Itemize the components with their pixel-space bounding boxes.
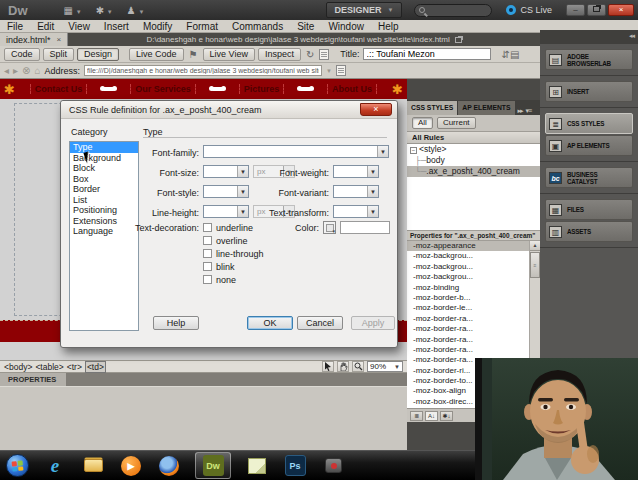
tag-td[interactable]: <td> [85, 361, 106, 373]
taskbar-notes-icon[interactable] [245, 454, 269, 478]
sidebar-item-adobe-browserlab[interactable]: ▤ ADOBE BROWSERLAB [545, 49, 633, 70]
nav-contact-us[interactable]: Contact Us [30, 84, 88, 94]
document-title-input[interactable] [363, 48, 491, 60]
scroll-up-icon[interactable]: ▲ [530, 241, 540, 251]
refresh-icon[interactable]: ↻ [304, 49, 316, 60]
start-button[interactable] [6, 454, 29, 477]
none-checkbox[interactable] [203, 275, 212, 284]
menu-window[interactable]: Window [321, 21, 371, 32]
blink-checkbox[interactable] [203, 262, 212, 271]
nav-about-us[interactable]: About Us [327, 84, 377, 94]
font-family-combo[interactable]: ▼ [203, 145, 389, 158]
menu-commands[interactable]: Commands [225, 21, 290, 32]
color-value-input[interactable] [340, 221, 390, 234]
help-button[interactable]: Help [153, 316, 199, 330]
taskbar-photoshop-icon[interactable]: Ps [283, 454, 307, 478]
select-tool-icon[interactable] [322, 361, 334, 372]
tag-body[interactable]: <body> [4, 362, 32, 372]
nav-pictures[interactable]: Pictures [239, 84, 285, 94]
css-property-row[interactable]: -moz-border-le... [407, 303, 540, 313]
search-input[interactable] [414, 4, 492, 17]
address-input[interactable] [84, 65, 322, 76]
line-through-checkbox[interactable] [203, 249, 212, 258]
sidebar-item-ap-elements[interactable]: ▣ AP ELEMENTS [545, 135, 633, 156]
magnification-select[interactable]: 90% ▼ [367, 361, 403, 372]
back-icon[interactable]: ◂ [4, 65, 9, 76]
show-set-properties-icon[interactable]: ✱↓ [440, 411, 453, 421]
design-view-button[interactable]: Design [77, 48, 119, 61]
tab-ap-elements[interactable]: AP ELEMENTS [458, 101, 514, 115]
taskbar-firefox-icon[interactable] [157, 454, 181, 478]
color-swatch-button[interactable] [323, 221, 336, 234]
css-property-row[interactable]: -moz-backgrou... [407, 272, 540, 282]
document-tab[interactable]: index.html* × [0, 33, 68, 46]
minimize-button[interactable]: – [566, 4, 585, 16]
stop-icon[interactable]: ⊗ [22, 65, 30, 76]
css-property-row[interactable]: -moz-binding [407, 283, 540, 293]
taskbar-explorer-icon[interactable] [81, 454, 105, 478]
tab-close-icon[interactable]: × [57, 35, 62, 44]
workspace-switcher-button[interactable]: DESIGNER ▼ [326, 2, 403, 18]
nav-our-services[interactable]: Our Services [130, 84, 196, 94]
menu-help[interactable]: Help [371, 21, 406, 32]
cancel-button[interactable]: Cancel [297, 316, 343, 330]
show-category-view-icon[interactable]: ≣ [410, 411, 423, 421]
taskbar-ie-icon[interactable]: e [43, 454, 67, 478]
forward-icon[interactable]: ▸ [13, 65, 18, 76]
dialog-close-button[interactable]: × [360, 103, 392, 116]
menu-format[interactable]: Format [179, 21, 225, 32]
sidebar-item-files[interactable]: ▦ FILES [545, 199, 633, 220]
menu-site[interactable]: Site [290, 21, 321, 32]
zoom-tool-icon[interactable] [352, 361, 364, 372]
browser-preview-icon[interactable] [336, 65, 346, 76]
current-rules-button[interactable]: Current [437, 117, 476, 129]
live-code-button[interactable]: Live Code [129, 48, 184, 61]
panel-collapse-icon[interactable]: ▸▸ [518, 107, 523, 115]
css-property-row[interactable]: -moz-border-b... [407, 293, 540, 303]
sidebar-item-business-catalyst[interactable]: bc BUSINESS CATALYST [545, 167, 633, 188]
layout-switcher-icon[interactable]: ▦ ▼ [64, 5, 82, 16]
home-icon[interactable]: ⌂ [34, 65, 40, 76]
overline-checkbox[interactable] [203, 236, 212, 245]
preview-page-icon[interactable] [319, 49, 329, 60]
css-property-row[interactable]: -moz-border-ra... [407, 324, 540, 334]
close-button[interactable]: × [608, 4, 634, 16]
address-dropdown-icon[interactable]: ▼ [326, 68, 332, 74]
tree-rule-node[interactable]: └─.ax_e_posht_400_cream [407, 166, 540, 177]
taskbar-dreamweaver-icon[interactable]: Dw [195, 452, 231, 479]
sidebar-item-insert[interactable]: ⊞ INSERT [545, 81, 633, 102]
css-property-row[interactable]: -moz-border-ra... [407, 335, 540, 345]
tree-body-node[interactable]: ├─body [407, 155, 540, 166]
scrollbar-thumb[interactable]: ≡ [530, 252, 540, 278]
font-weight-combo[interactable]: ▼ [333, 165, 379, 178]
tag-tr[interactable]: <tr> [67, 362, 82, 372]
css-property-row[interactable]: -moz-border-ra... [407, 314, 540, 324]
css-property-row[interactable]: -moz-backgrou... [407, 251, 540, 261]
menu-insert[interactable]: Insert [97, 21, 136, 32]
collapse-minus-icon[interactable]: − [410, 147, 417, 154]
file-management-icon[interactable]: ⇵▤ [500, 49, 522, 60]
text-transform-combo[interactable]: ▼ [333, 205, 379, 218]
sort-az-view-icon[interactable]: A↓ [425, 411, 438, 421]
collapse-to-icons-bar[interactable]: ◂◂ [540, 30, 638, 44]
inspect-button[interactable]: Inspect [258, 48, 301, 61]
all-rules-button[interactable]: All [412, 117, 433, 129]
menu-modify[interactable]: Modify [136, 21, 179, 32]
code-view-button[interactable]: Code [4, 48, 40, 61]
hand-tool-icon[interactable] [337, 361, 349, 372]
font-variant-combo[interactable]: ▼ [333, 185, 379, 198]
restore-button[interactable] [587, 4, 606, 16]
panel-menu-icon[interactable]: ▾≡ [526, 107, 532, 115]
tag-table[interactable]: <table> [35, 362, 63, 372]
taskbar-recorder-icon[interactable] [321, 454, 345, 478]
css-property-row[interactable]: -moz-appearance [407, 241, 540, 251]
extend-gear-icon[interactable]: ✱ ▼ [96, 5, 113, 16]
css-property-row[interactable]: -moz-backgrou... [407, 262, 540, 272]
dialog-title-bar[interactable]: CSS Rule definition for .ax_e_posht_400_… [61, 101, 397, 119]
taskbar-wmp-icon[interactable]: ▶ [119, 454, 143, 478]
css-property-row[interactable]: -moz-border-ra... [407, 345, 540, 355]
live-view-button[interactable]: Live View [203, 48, 255, 61]
site-icon[interactable]: ♟ ▼ [127, 5, 145, 16]
ok-button[interactable]: OK [247, 316, 293, 330]
cs-live-button[interactable]: CS Live [506, 5, 552, 15]
